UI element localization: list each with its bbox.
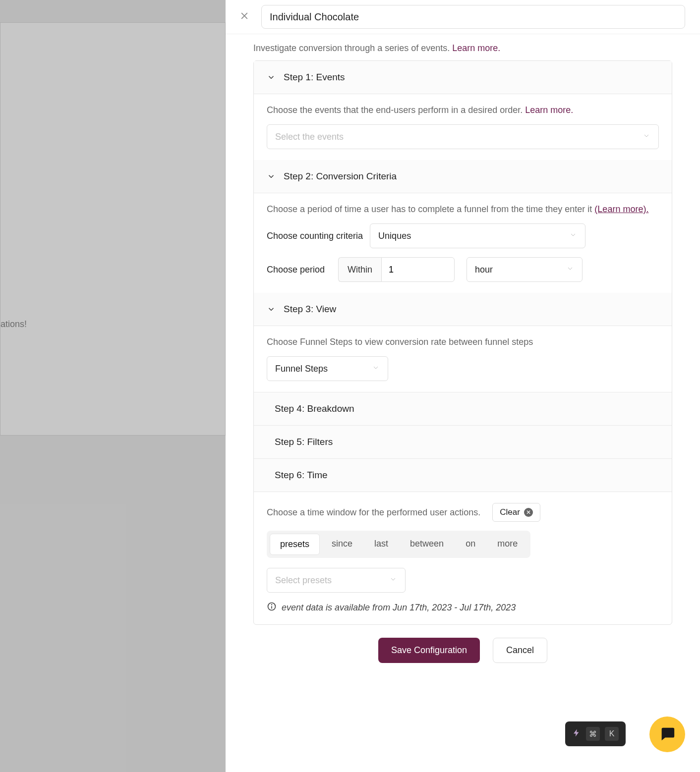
step1-desc: Choose the events that the end-users per… bbox=[267, 105, 659, 115]
intro-label: Investigate conversion through a series … bbox=[253, 43, 452, 53]
step2-desc: Choose a period of time a user has to co… bbox=[267, 204, 659, 215]
step2-title: Step 2: Conversion Criteria bbox=[284, 171, 397, 182]
chevron-down-icon bbox=[642, 132, 650, 142]
drawer-body: Investigate conversion through a series … bbox=[226, 34, 700, 683]
step6-header[interactable]: Step 6: Time bbox=[254, 458, 672, 492]
config-drawer: Investigate conversion through a series … bbox=[226, 0, 700, 772]
chevron-down-icon bbox=[267, 172, 276, 181]
period-value-group: Within bbox=[338, 257, 455, 282]
step3-desc: Choose Funnel Steps to view conversion r… bbox=[267, 337, 659, 347]
step1-learn-more-link[interactable]: Learn more. bbox=[525, 105, 573, 115]
cmd-key-letter: K bbox=[605, 727, 619, 741]
intro-text: Investigate conversion through a series … bbox=[253, 43, 672, 54]
time-top-row: Choose a time window for the performed u… bbox=[267, 503, 659, 522]
period-unit-select[interactable]: hour bbox=[467, 257, 583, 282]
time-tabs: presets since last between on more bbox=[267, 531, 530, 558]
clear-button[interactable]: Clear ✕ bbox=[492, 503, 540, 522]
step5-header[interactable]: Step 5: Filters bbox=[254, 425, 672, 458]
view-value: Funnel Steps bbox=[275, 364, 328, 374]
chevron-down-icon bbox=[389, 575, 397, 585]
view-select[interactable]: Funnel Steps bbox=[267, 356, 388, 381]
chevron-down-icon bbox=[267, 73, 276, 82]
step2-header[interactable]: Step 2: Conversion Criteria bbox=[254, 160, 672, 193]
chevron-down-icon bbox=[569, 231, 577, 241]
period-input[interactable] bbox=[381, 257, 455, 282]
step2-desc-text: Choose a period of time a user has to co… bbox=[267, 204, 594, 214]
background-dimmer bbox=[0, 0, 226, 772]
tab-on[interactable]: on bbox=[456, 534, 485, 555]
close-icon bbox=[239, 11, 249, 23]
period-row: Choose period Within hour bbox=[267, 257, 659, 282]
chevron-down-icon bbox=[566, 265, 574, 275]
presets-select[interactable]: Select presets bbox=[267, 568, 406, 593]
events-select[interactable]: Select the events bbox=[267, 124, 659, 149]
criteria-value: Uniques bbox=[378, 231, 411, 241]
period-label: Choose period bbox=[267, 265, 331, 275]
footer-actions: Save Configuration Cancel bbox=[253, 638, 672, 663]
command-palette-pill[interactable]: ⌘ K bbox=[565, 721, 626, 746]
criteria-label: Choose counting criteria bbox=[267, 231, 363, 241]
chevron-down-icon bbox=[267, 305, 276, 314]
bolt-icon bbox=[572, 728, 581, 739]
period-unit-value: hour bbox=[475, 265, 493, 275]
close-button[interactable] bbox=[237, 10, 251, 24]
tab-since[interactable]: since bbox=[322, 534, 362, 555]
period-prefix: Within bbox=[338, 257, 381, 282]
step4-title: Step 4: Breakdown bbox=[275, 403, 354, 414]
step5-title: Step 5: Filters bbox=[275, 437, 333, 447]
tab-between[interactable]: between bbox=[400, 534, 454, 555]
clear-label: Clear bbox=[500, 507, 520, 517]
save-button[interactable]: Save Configuration bbox=[378, 638, 480, 663]
info-icon bbox=[267, 602, 277, 613]
step6-body: Choose a time window for the performed u… bbox=[254, 492, 672, 624]
criteria-select[interactable]: Uniques bbox=[370, 223, 585, 248]
chat-icon bbox=[659, 725, 676, 744]
step1-desc-text: Choose the events that the end-users per… bbox=[267, 105, 525, 115]
tab-presets[interactable]: presets bbox=[270, 534, 320, 555]
chat-fab[interactable] bbox=[649, 717, 685, 752]
presets-placeholder: Select presets bbox=[275, 575, 332, 586]
step1-body: Choose the events that the end-users per… bbox=[254, 94, 672, 160]
title-input[interactable] bbox=[261, 5, 685, 29]
tab-last[interactable]: last bbox=[364, 534, 398, 555]
cmd-key-modifier: ⌘ bbox=[586, 727, 600, 741]
step3-body: Choose Funnel Steps to view conversion r… bbox=[254, 326, 672, 392]
step3-title: Step 3: View bbox=[284, 304, 336, 315]
tab-more[interactable]: more bbox=[487, 534, 527, 555]
step1-header[interactable]: Step 1: Events bbox=[254, 61, 672, 94]
step2-body: Choose a period of time a user has to co… bbox=[254, 193, 672, 293]
svg-point-2 bbox=[272, 605, 272, 605]
intro-learn-more-link[interactable]: Learn more. bbox=[452, 43, 500, 53]
clear-x-icon: ✕ bbox=[524, 508, 533, 517]
step6-title: Step 6: Time bbox=[275, 470, 328, 481]
criteria-row: Choose counting criteria Uniques bbox=[267, 223, 659, 248]
step2-learn-more-link[interactable]: (Learn more). bbox=[594, 204, 648, 214]
drawer-header bbox=[226, 0, 700, 34]
cancel-button[interactable]: Cancel bbox=[493, 638, 547, 663]
step1-title: Step 1: Events bbox=[284, 72, 345, 83]
step3-header[interactable]: Step 3: View bbox=[254, 293, 672, 326]
events-select-placeholder: Select the events bbox=[275, 132, 344, 142]
step6-desc: Choose a time window for the performed u… bbox=[267, 507, 480, 518]
step4-header[interactable]: Step 4: Breakdown bbox=[254, 392, 672, 425]
info-text: event data is available from Jun 17th, 2… bbox=[282, 603, 516, 613]
data-availability-info: event data is available from Jun 17th, 2… bbox=[267, 602, 659, 613]
steps-panel: Step 1: Events Choose the events that th… bbox=[253, 60, 672, 625]
chevron-down-icon bbox=[372, 364, 380, 374]
